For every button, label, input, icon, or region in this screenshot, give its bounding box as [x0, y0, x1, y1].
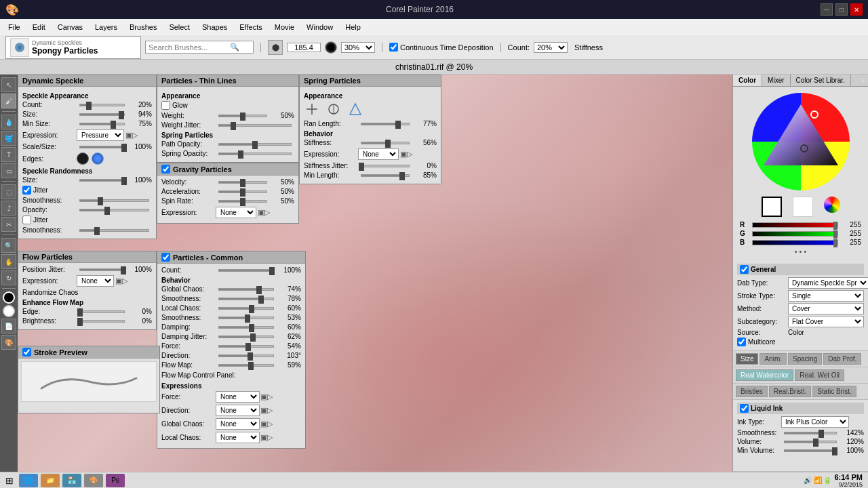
color-wheel-svg[interactable] [750, 91, 852, 192]
background-color[interactable] [3, 305, 15, 317]
damping-jitter-slider[interactable] [218, 336, 274, 338]
minimize-button[interactable]: ─ [821, 3, 833, 16]
gravity-expr-select[interactable]: None [216, 207, 256, 218]
papers-icon[interactable]: 📄 [1, 319, 16, 333]
spring-opacity-slider[interactable] [218, 152, 292, 155]
menu-layers[interactable]: Layers [90, 22, 123, 33]
lc-expr-select[interactable]: None [216, 432, 260, 443]
more-options-dots[interactable]: • • • [795, 247, 807, 256]
gc-expr-select[interactable]: None [216, 418, 260, 430]
multicore-checkbox[interactable] [737, 338, 746, 346]
tool-shape[interactable]: ▭ [1, 163, 16, 178]
min-size-slider[interactable] [79, 123, 125, 125]
taskbar-folder[interactable]: 📁 [41, 474, 60, 487]
opacity-select[interactable]: 30% 50% 100% [341, 42, 375, 53]
global-chaos-slider[interactable] [218, 288, 274, 291]
menu-shapes[interactable]: Shapes [197, 22, 233, 33]
tab-real-bristl[interactable]: Real.Bristl. [769, 386, 811, 397]
tab-color[interactable]: Color [733, 75, 762, 86]
taskbar-store[interactable]: 🏪 [62, 474, 81, 487]
liquid-ink-checkbox[interactable] [740, 404, 749, 413]
weight-jitter-slider[interactable] [218, 124, 292, 127]
damping-slider[interactable] [218, 326, 274, 329]
force-slider[interactable] [218, 345, 274, 348]
spin-rate-slider[interactable] [218, 200, 267, 203]
spring-expr-icon1[interactable]: ▣ [400, 150, 407, 159]
b-slider[interactable] [752, 240, 838, 245]
menu-select[interactable]: Select [163, 22, 195, 33]
tab-static-brist[interactable]: Static Brist. [812, 386, 856, 397]
color-panel-menu[interactable]: ≡ [859, 75, 868, 86]
direction-expr-icon2[interactable]: ▷ [267, 406, 273, 415]
tab-dab-prof[interactable]: Dab Prof. [823, 353, 861, 365]
lc-expr-icon2[interactable]: ▷ [267, 433, 273, 442]
close-button[interactable]: ✕ [850, 3, 863, 16]
maximize-button[interactable]: □ [835, 3, 848, 16]
taskbar-app1[interactable]: 🎨 [84, 474, 103, 487]
brush-selector[interactable]: Dynamic Speckles Spongy Particles [5, 36, 141, 59]
pc-smooth-slider[interactable] [218, 298, 274, 300]
force-expr-icon1[interactable]: ▣ [260, 392, 267, 401]
smoothness-slider[interactable] [79, 199, 149, 202]
continuous-time-check[interactable]: Continuous Time Deposition [389, 43, 494, 52]
tab-spacing[interactable]: Spacing [788, 353, 822, 365]
start-button[interactable]: ⊞ [5, 475, 14, 486]
general-checkbox[interactable] [740, 265, 749, 274]
flow-expr-icon2[interactable]: ▷ [122, 277, 127, 285]
expression-select[interactable]: Pressure None [77, 129, 124, 141]
li-smoothness-slider[interactable] [784, 432, 837, 434]
menu-brushes[interactable]: Brushes [124, 22, 162, 33]
background-swatch[interactable] [793, 197, 813, 217]
gradients-icon[interactable]: 🎨 [1, 335, 16, 350]
tool-dropper[interactable]: 💧 [1, 115, 16, 129]
tab-real-watercolor[interactable]: Real Watercolor [736, 369, 793, 381]
taskbar-ie[interactable]: 🌐 [19, 474, 38, 487]
brightness-slider[interactable] [79, 320, 125, 323]
ran-length-slider[interactable] [361, 123, 410, 125]
tool-paint[interactable]: 🖌 [1, 94, 16, 108]
spring-icon2[interactable] [326, 101, 342, 117]
gravity-checkbox[interactable] [161, 165, 170, 174]
acceleration-slider[interactable] [218, 190, 267, 193]
expr-icon1[interactable]: ▣ [125, 131, 132, 140]
menu-canvas[interactable]: Canvas [52, 22, 88, 33]
menu-help[interactable]: Help [340, 22, 366, 33]
smoothness2-slider[interactable] [79, 229, 149, 232]
tool-fill[interactable]: 🪣 [1, 131, 16, 146]
flow-map-slider[interactable] [218, 364, 274, 367]
method-select[interactable]: Cover [788, 303, 864, 314]
menu-movie[interactable]: Movie [269, 22, 300, 33]
edge-blue[interactable] [92, 152, 104, 165]
local-chaos-slider[interactable] [218, 307, 274, 310]
gravity-expr-icon2[interactable]: ▷ [264, 208, 270, 217]
li-volume-slider[interactable] [784, 441, 837, 443]
direction-expr-icon1[interactable]: ▣ [260, 406, 267, 415]
rand-size-slider[interactable] [79, 179, 125, 182]
tool-arrow[interactable]: ↖ [1, 77, 16, 92]
count-select[interactable]: 20% 40% [534, 42, 568, 53]
menu-effects[interactable]: Effects [234, 22, 267, 33]
size-slider[interactable] [79, 113, 125, 116]
expr-icon2[interactable]: ▷ [132, 131, 138, 140]
position-jitter-slider[interactable] [79, 268, 125, 271]
tab-size[interactable]: Size [736, 353, 758, 365]
direction-expr-select[interactable]: None [216, 405, 260, 416]
velocity-slider[interactable] [218, 181, 267, 184]
search-input[interactable] [149, 43, 230, 52]
gravity-expr-icon1[interactable]: ▣ [258, 208, 264, 217]
foreground-swatch[interactable] [762, 197, 782, 217]
stiffness-slider[interactable] [361, 142, 410, 144]
search-icon[interactable]: 🔍 [230, 43, 239, 52]
pc-smooth2-slider[interactable] [218, 317, 274, 319]
force-expr-icon2[interactable]: ▷ [267, 392, 273, 401]
stiffness-jitter-slider[interactable] [361, 165, 410, 167]
tab-bristles[interactable]: Bristles [736, 386, 768, 397]
foreground-color[interactable] [3, 291, 15, 304]
direction-slider[interactable] [218, 354, 274, 357]
tool-text[interactable]: T [1, 147, 16, 162]
particles-common-checkbox[interactable] [161, 253, 170, 262]
force-expr-select[interactable]: None [216, 391, 260, 403]
tab-color-set[interactable]: Color Set Librar. [791, 75, 851, 86]
brush-size-input[interactable] [287, 43, 321, 52]
g-slider[interactable] [752, 231, 838, 237]
